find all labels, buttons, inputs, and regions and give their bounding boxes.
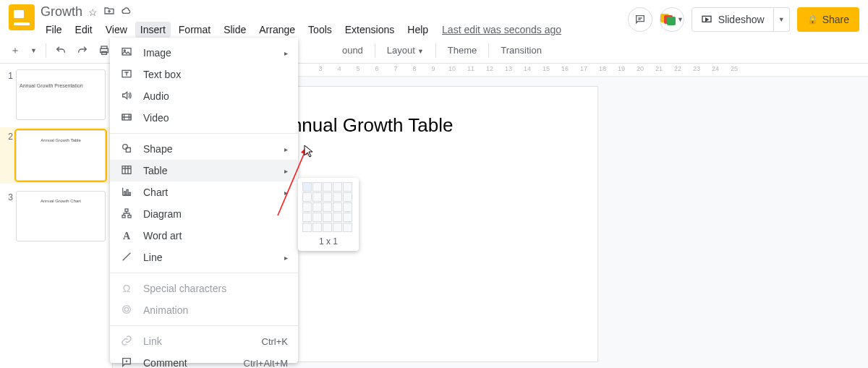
table-grid-cell[interactable] bbox=[312, 213, 322, 222]
svg-rect-10 bbox=[122, 166, 131, 174]
table-grid-cell[interactable] bbox=[323, 182, 332, 192]
last-edit-link[interactable]: Last edit was seconds ago bbox=[442, 22, 561, 38]
ruler-tick: 5 bbox=[349, 65, 367, 72]
insert-menu-chart[interactable]: Chart▸ bbox=[110, 181, 298, 203]
share-button[interactable]: 🔒 Share bbox=[797, 7, 859, 32]
undo-button[interactable] bbox=[51, 42, 71, 59]
slideshow-button[interactable]: Slideshow bbox=[692, 7, 774, 32]
menu-edit[interactable]: Edit bbox=[70, 22, 98, 38]
toolbar-theme[interactable]: Theme bbox=[441, 42, 484, 59]
menu-format[interactable]: Format bbox=[174, 22, 216, 38]
ruler-tick: 15 bbox=[537, 65, 556, 72]
menu-help[interactable]: Help bbox=[402, 22, 433, 38]
table-grid-cell[interactable] bbox=[343, 223, 352, 232]
ruler-tick: 16 bbox=[556, 65, 574, 72]
toolbar-layout[interactable]: Layout▼ bbox=[380, 42, 431, 59]
table-grid-cell[interactable] bbox=[343, 202, 352, 212]
svg-rect-3 bbox=[102, 51, 107, 54]
menu-item-label: Text box bbox=[143, 69, 181, 80]
menu-arrange[interactable]: Arrange bbox=[254, 22, 300, 38]
share-label: Share bbox=[822, 14, 849, 25]
svg-point-8 bbox=[123, 144, 128, 149]
table-grid-cell[interactable] bbox=[323, 192, 332, 202]
line-icon bbox=[120, 251, 133, 265]
spchar-icon: Ω bbox=[120, 283, 133, 294]
insert-menu-audio[interactable]: Audio bbox=[110, 85, 298, 107]
insert-menu-table[interactable]: Table▸ bbox=[110, 160, 298, 181]
ruler-tick: 25 bbox=[725, 65, 744, 72]
table-grid-cell[interactable] bbox=[312, 202, 322, 212]
table-grid-cell[interactable] bbox=[302, 223, 312, 232]
menu-file[interactable]: File bbox=[41, 22, 67, 38]
table-grid-cell[interactable] bbox=[312, 192, 322, 202]
redo-button[interactable] bbox=[72, 42, 93, 59]
menu-insert[interactable]: Insert bbox=[135, 22, 171, 38]
insert-menu-comment[interactable]: CommentCtrl+Alt+M bbox=[110, 352, 298, 368]
insert-menu-line[interactable]: Line▸ bbox=[110, 247, 298, 268]
table-grid-cell[interactable] bbox=[312, 223, 322, 232]
table-grid-cell[interactable] bbox=[343, 213, 352, 222]
menu-item-label: Diagram bbox=[143, 208, 182, 220]
insert-menu-shape[interactable]: Shape▸ bbox=[110, 138, 298, 160]
insert-menu-animation: Animation bbox=[110, 299, 298, 321]
table-grid-picker[interactable] bbox=[302, 182, 354, 232]
table-grid-cell[interactable] bbox=[343, 182, 352, 192]
move-to-folder-icon[interactable] bbox=[103, 5, 115, 19]
meet-button[interactable]: ▼ bbox=[660, 7, 684, 32]
slide-thumbnail-selected[interactable]: Annual Growth Table bbox=[16, 130, 106, 181]
star-icon[interactable]: ☆ bbox=[88, 7, 98, 18]
table-grid-cell[interactable] bbox=[333, 202, 342, 212]
table-grid-cell[interactable] bbox=[333, 213, 342, 222]
menu-tools[interactable]: Tools bbox=[303, 22, 337, 38]
thumb-row[interactable]: 1 Annual Growth Presentation bbox=[4, 69, 108, 120]
image-icon bbox=[120, 46, 133, 60]
table-grid-cell[interactable] bbox=[343, 192, 352, 202]
comments-history-button[interactable] bbox=[628, 7, 652, 32]
menu-extensions[interactable]: Extensions bbox=[340, 22, 399, 38]
ruler-tick: 18 bbox=[593, 65, 612, 72]
slide-thumbnail[interactable]: Annual Growth Presentation bbox=[16, 69, 106, 120]
table-grid-cell[interactable] bbox=[333, 182, 342, 192]
title-left: Growth ☆ File Edit View Insert Format Sl… bbox=[41, 4, 561, 38]
table-grid-cell[interactable] bbox=[302, 202, 312, 212]
document-title[interactable]: Growth bbox=[41, 4, 82, 20]
thumb-row[interactable]: 2 Annual Growth Table bbox=[0, 127, 112, 184]
insert-menu-diagram[interactable]: Diagram bbox=[110, 203, 298, 225]
ruler-tick: 10 bbox=[443, 65, 461, 72]
toolbar-background-truncated[interactable]: ound bbox=[335, 42, 370, 59]
insert-menu-image[interactable]: Image▸ bbox=[110, 42, 298, 64]
table-grid-cell[interactable] bbox=[302, 182, 312, 192]
cloud-status-icon[interactable] bbox=[121, 5, 132, 19]
table-grid-cell[interactable] bbox=[323, 223, 332, 232]
menu-item-label: Image bbox=[143, 47, 171, 59]
table-icon bbox=[120, 164, 133, 178]
thumb-row[interactable]: 3 Annual Growth Chart bbox=[4, 191, 108, 241]
table-grid-cell[interactable] bbox=[302, 213, 312, 222]
table-grid-cell[interactable] bbox=[333, 192, 342, 202]
menu-slide[interactable]: Slide bbox=[218, 22, 251, 38]
menu-separator bbox=[110, 325, 298, 326]
ruler-tick: 22 bbox=[668, 65, 687, 72]
new-slide-button[interactable]: ＋ bbox=[6, 41, 25, 60]
ruler-tick: 14 bbox=[518, 65, 537, 72]
slides-app-icon[interactable] bbox=[9, 4, 35, 30]
menu-item-label: Link bbox=[143, 335, 162, 347]
table-grid-cell[interactable] bbox=[302, 192, 312, 202]
insert-menu-video[interactable]: Video bbox=[110, 107, 298, 129]
table-grid-cell[interactable] bbox=[323, 213, 332, 222]
slideshow-dropdown[interactable]: ▼ bbox=[774, 7, 790, 32]
new-slide-dropdown[interactable]: ▼ bbox=[26, 44, 41, 57]
separator bbox=[46, 43, 46, 58]
insert-menu-text-box[interactable]: Text box bbox=[110, 64, 298, 85]
link-icon bbox=[120, 335, 133, 348]
insert-menu-word-art[interactable]: AWord art bbox=[110, 225, 298, 247]
table-grid-cell[interactable] bbox=[333, 223, 342, 232]
slide-thumbnail[interactable]: Annual Growth Chart bbox=[16, 191, 106, 241]
toolbar-transition[interactable]: Transition bbox=[493, 42, 549, 59]
table-grid-cell[interactable] bbox=[312, 182, 322, 192]
diagram-icon bbox=[120, 207, 133, 221]
submenu-arrow-icon: ▸ bbox=[284, 189, 288, 197]
menu-view[interactable]: View bbox=[101, 22, 132, 38]
svg-rect-12 bbox=[127, 189, 128, 195]
table-grid-cell[interactable] bbox=[323, 202, 332, 212]
